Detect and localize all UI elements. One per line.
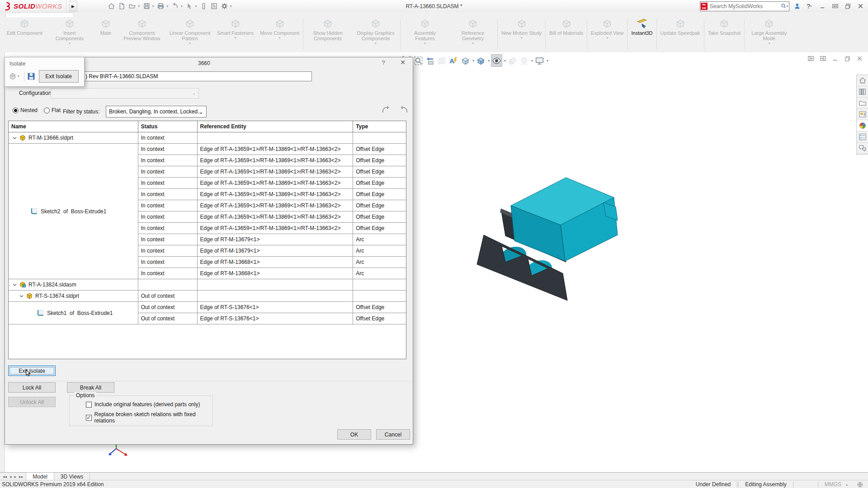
move-component-dropdown-caret[interactable]: ▾ <box>279 36 281 40</box>
smart-fasteners-dropdown-caret[interactable]: ▾ <box>235 36 236 40</box>
expand-chevron-icon[interactable] <box>12 136 17 141</box>
close-button[interactable] <box>855 1 865 11</box>
ribbon-button-insert-components[interactable]: Insert Components▾ <box>46 17 94 51</box>
hide-show-items-icon[interactable] <box>491 54 502 67</box>
table-row[interactable]: In contextEdge of RT-A-13659<1>/RT-M-138… <box>9 189 406 200</box>
tab-3d-views[interactable]: 3D Views <box>54 473 90 480</box>
select-dropdown-caret[interactable]: ▾ <box>195 5 197 8</box>
user-account-icon[interactable] <box>792 1 802 11</box>
dialog-close-icon[interactable]: ✕ <box>398 59 407 66</box>
ribbon-button-reference-geometry[interactable]: Reference Geometry▾ <box>449 17 497 51</box>
span-displays-button[interactable] <box>830 1 840 11</box>
display-style-dropdown-caret[interactable]: ▾ <box>488 59 490 63</box>
assembly-features-dropdown-caret[interactable]: ▾ <box>424 42 426 45</box>
task-pane-appearances-icon[interactable] <box>857 120 868 131</box>
flat-radio[interactable] <box>44 108 50 113</box>
options-gear-icon[interactable] <box>220 2 229 11</box>
pane-right-icon[interactable] <box>820 55 826 63</box>
table-row[interactable]: RT-S-13674.sldprtOut of context <box>9 291 406 302</box>
ribbon-button-edit-component[interactable]: Edit Component <box>4 17 46 51</box>
column-header-referenced-entity[interactable]: Referenced Entity <box>198 121 354 132</box>
task-pane-custom-properties-icon[interactable] <box>857 131 868 143</box>
display-graphics-components-dropdown-caret[interactable]: ▾ <box>375 42 377 45</box>
nested-radio[interactable] <box>13 108 19 113</box>
touch-mode-icon[interactable] <box>199 2 208 11</box>
configuration-combo[interactable]: ⌄ <box>51 88 199 99</box>
dialog-help-icon[interactable]: ? <box>379 59 387 66</box>
new-motion-study-dropdown-caret[interactable]: ▾ <box>521 36 523 40</box>
ribbon-button-mate[interactable]: Mate <box>94 17 118 51</box>
column-header-type[interactable]: Type <box>353 121 406 132</box>
ribbon-button-linear-component-pattern[interactable]: Linear Component Pattern▾ <box>166 17 214 51</box>
display-style-icon[interactable] <box>476 55 486 66</box>
ribbon-button-move-component[interactable]: Move Component▾ <box>257 17 302 51</box>
tab-model[interactable]: Model <box>26 473 54 480</box>
search-input[interactable] <box>709 3 781 10</box>
zoom-to-area-icon[interactable] <box>413 55 424 66</box>
ribbon-button-instant3d[interactable]: Instant3D <box>628 17 656 51</box>
unlock-all-button[interactable]: Unlock All <box>8 397 56 407</box>
ribbon-button-display-graphics-components[interactable]: Display Graphics Components▾ <box>352 17 400 51</box>
task-pane-home-icon[interactable] <box>857 75 868 86</box>
save-dropdown-caret[interactable]: ▾ <box>152 5 154 8</box>
table-row[interactable]: In contextEdge of RT-M-13679<1>Arc <box>9 245 406 257</box>
print-dropdown-caret[interactable]: ▾ <box>167 5 169 8</box>
redo-icon[interactable] <box>398 104 410 115</box>
open-file-icon[interactable] <box>128 2 137 11</box>
ribbon-button-exploded-view[interactable]: Exploded View▾ <box>588 17 627 51</box>
unit-system[interactable]: MMGS▴ <box>818 480 854 488</box>
ribbon-button-smart-fasteners[interactable]: Smart Fasteners▾ <box>214 17 257 51</box>
ribbon-button-large-assembly-mode[interactable]: Large Assembly Mode▾ <box>745 17 793 51</box>
table-row[interactable]: In contextEdge of RT-A-13659<1>/RT-M-138… <box>9 166 406 178</box>
save-view-icon[interactable] <box>27 72 35 80</box>
select-icon[interactable] <box>185 2 194 11</box>
cancel-button[interactable]: Cancel <box>376 429 410 440</box>
apply-scene-dropdown-caret[interactable]: ▾ <box>531 59 533 63</box>
view-orientation-icon[interactable] <box>460 55 471 66</box>
break-all-button[interactable]: Break All <box>67 382 114 393</box>
file-properties-icon[interactable] <box>209 2 218 11</box>
next-tab-icon[interactable]: ▸ <box>14 474 18 479</box>
open-file-dropdown-caret[interactable]: ▾ <box>138 5 140 8</box>
table-row[interactable]: In contextEdge of RT-A-13659<1>/RT-M-138… <box>9 144 406 155</box>
last-tab-icon[interactable]: ▸▸ <box>18 474 24 479</box>
table-row[interactable]: In contextEdge of RT-M-13679<1>Arc <box>9 234 406 245</box>
options-gear-dropdown-caret[interactable]: ▾ <box>230 5 232 8</box>
print-icon[interactable] <box>156 2 165 11</box>
lock-all-button[interactable]: Lock All <box>8 382 56 393</box>
search-icon[interactable] <box>781 3 787 9</box>
include-original-features-checkbox[interactable] <box>86 402 92 408</box>
task-pane-forum-icon[interactable] <box>857 143 868 154</box>
table-row[interactable]: In contextEdge of RT-A-13659<1>/RT-M-138… <box>9 155 406 166</box>
hide-show-items-dropdown-caret[interactable]: ▾ <box>504 59 506 63</box>
ok-button[interactable]: OK <box>337 429 371 440</box>
references-table[interactable]: NameStatusReferenced EntityType RT-M-136… <box>8 121 406 359</box>
task-pane-view-palette-icon[interactable] <box>857 109 868 120</box>
column-header-status[interactable]: Status <box>138 121 198 132</box>
expand-chevron-icon[interactable] <box>12 282 17 287</box>
insert-components-dropdown-caret[interactable]: ▾ <box>69 42 71 45</box>
isolate-dropdown-caret[interactable]: ▾ <box>18 75 19 78</box>
pane-left-icon[interactable] <box>807 55 814 63</box>
ribbon-button-assembly-features[interactable]: Assembly Features▾ <box>401 17 449 51</box>
filter-by-status-combo[interactable]: Broken, Dangling, In context, Locked...⌄ <box>106 106 207 117</box>
exploded-view-dropdown-caret[interactable]: ▾ <box>606 36 608 40</box>
restore-doc-icon[interactable] <box>844 55 851 63</box>
previous-view-icon[interactable] <box>425 55 435 66</box>
close-doc-icon[interactable] <box>856 55 863 63</box>
ribbon-button-take-snapshot[interactable]: Take Snapshot <box>705 17 744 51</box>
table-row[interactable]: RT-A-13824.sldasm <box>9 279 406 291</box>
help-button[interactable]: ?▾ <box>805 1 815 11</box>
minimize-doc-icon[interactable] <box>832 55 839 63</box>
linear-component-pattern-dropdown-caret[interactable]: ▾ <box>189 42 191 45</box>
ribbon-button-show-hidden-components[interactable]: Show Hidden Components <box>304 17 352 51</box>
ribbon-button-bill-of-materials[interactable]: Bill of Materials <box>546 17 586 51</box>
expand-chevron-icon[interactable] <box>19 294 24 299</box>
column-header-name[interactable]: Name <box>9 121 138 132</box>
view-settings-icon[interactable] <box>534 55 545 66</box>
minimize-button[interactable] <box>817 1 827 11</box>
save-icon[interactable] <box>142 2 151 11</box>
task-pane-file-explorer-icon[interactable] <box>857 98 868 109</box>
table-row[interactable]: In contextEdge of RT-M-13668<1>Arc <box>9 257 406 268</box>
globe-icon[interactable] <box>854 480 866 488</box>
